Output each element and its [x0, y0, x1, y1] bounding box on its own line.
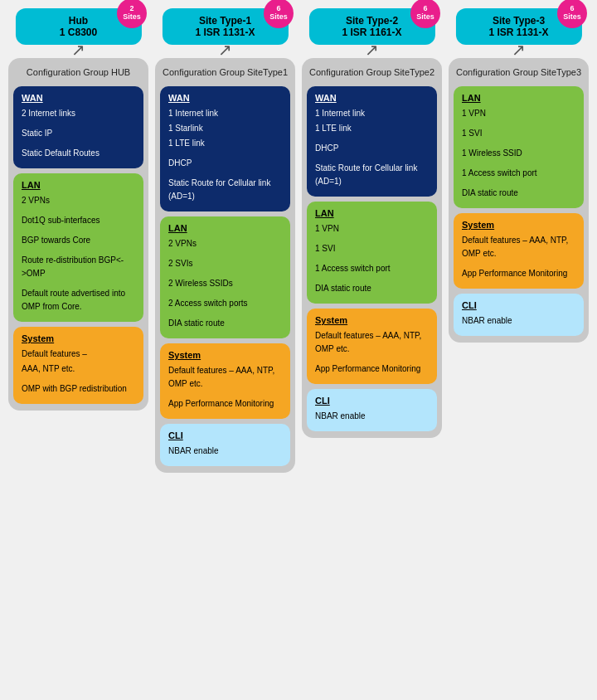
section-line: Route re-distribution BGP<->OMP [22, 254, 135, 280]
section-line [168, 272, 282, 275]
section-line: App Performance Monitoring [168, 397, 282, 411]
section-line [315, 277, 429, 280]
section-wan: WAN2 Internet linksStatic IPStatic Defau… [13, 86, 143, 168]
section-lan-content: 2 VPNs2 SVIs2 Wireless SSIDs2 Access swi… [168, 237, 282, 330]
section-system: SystemDefault features –AAA, NTP etc.OMP… [13, 327, 143, 404]
sites-bubble: 6Sites [264, 0, 294, 28]
section-line [315, 157, 429, 160]
section-line [168, 392, 282, 396]
section-system-title: System [315, 315, 429, 325]
config-group: Configuration Group SiteType3LAN1 VPN1 S… [449, 58, 589, 343]
config-group-title: Configuration Group SiteType2 [307, 65, 437, 81]
section-line [22, 229, 135, 232]
section-line [168, 172, 282, 175]
section-line: BGP towards Core [22, 234, 135, 247]
column-site-type3: 6SitesSite Type-31 ISR 1131-X↗Configurat… [449, 58, 589, 473]
config-group: Configuration Group HUBWAN2 Internet lin… [8, 58, 148, 411]
section-line [462, 142, 575, 145]
section-lan-content: 2 VPNsDot1Q sub-interfacesBGP towards Co… [22, 194, 135, 314]
section-line: 1 Access switch port [315, 262, 429, 275]
section-line: Default features – AAA, NTP, OMP etc. [462, 234, 575, 260]
section-cli-title: CLI [462, 300, 575, 310]
section-line: 1 Access switch port [462, 167, 575, 180]
section-lan-title: LAN [315, 208, 429, 218]
section-line: 2 VPNs [168, 237, 282, 250]
section-line: 1 Internet link [168, 107, 282, 120]
section-line [22, 282, 135, 285]
section-lan: LAN1 VPN1 SVI1 Wireless SSID1 Access swi… [454, 86, 584, 208]
section-line: DHCP [168, 157, 282, 170]
section-cli-content: NBAR enable [315, 410, 429, 423]
config-group-title: Configuration Group SiteType1 [160, 65, 290, 81]
section-line [22, 122, 135, 125]
section-line [462, 182, 575, 185]
config-group: Configuration Group SiteType1WAN1 Intern… [155, 58, 295, 473]
section-line: 1 SVI [315, 242, 429, 255]
sites-bubble: 6Sites [557, 0, 587, 28]
section-line [22, 377, 135, 381]
section-line: 2 VPNs [22, 194, 135, 207]
section-lan-title: LAN [22, 180, 135, 190]
section-wan-content: 1 Internet link1 Starlink1 LTE linkDHCPS… [168, 107, 282, 203]
section-line: NBAR enable [462, 314, 575, 328]
section-line: 1 VPN [462, 107, 575, 120]
section-line: 2 Wireless SSIDs [168, 277, 282, 290]
arrow-icon: ↗ [71, 40, 85, 60]
section-cli: CLINBAR enable [160, 424, 290, 466]
section-line: Static Route for Cellular link (AD=1) [168, 177, 282, 203]
section-line [168, 312, 282, 315]
section-system-content: Default features – AAA, NTP, OMP etc.App… [462, 234, 575, 280]
section-wan: WAN1 Internet link1 LTE linkDHCPStatic R… [307, 86, 437, 197]
section-line [168, 152, 282, 155]
section-line: Dot1Q sub-interfaces [22, 214, 135, 227]
arrow-icon: ↗ [512, 40, 526, 60]
section-system: SystemDefault features – AAA, NTP, OMP e… [454, 213, 584, 289]
section-line: AAA, NTP etc. [22, 362, 135, 376]
section-system-content: Default features – AAA, NTP, OMP etc.App… [315, 329, 429, 376]
section-wan: WAN1 Internet link1 Starlink1 LTE linkDH… [160, 86, 290, 211]
section-line [462, 162, 575, 165]
section-system: SystemDefault features – AAA, NTP, OMP e… [160, 343, 290, 419]
section-line: 1 LTE link [315, 122, 429, 135]
arrow-icon: ↗ [365, 40, 379, 60]
section-line: 1 Starlink [168, 122, 282, 135]
section-lan-title: LAN [168, 223, 282, 233]
section-line: DIA static route [168, 317, 282, 330]
section-lan: LAN1 VPN1 SVI1 Access switch portDIA sta… [307, 202, 437, 304]
config-group-title: Configuration Group HUB [13, 65, 143, 81]
section-line: NBAR enable [168, 445, 282, 458]
section-lan: LAN2 VPNsDot1Q sub-interfacesBGP towards… [13, 173, 143, 322]
page: 2SitesHub1 C8300↗Configuration Group HUB… [8, 8, 589, 473]
section-wan-content: 1 Internet link1 LTE linkDHCPStatic Rout… [315, 107, 429, 188]
section-line: OMP with BGP redistribution [22, 382, 135, 396]
section-line: App Performance Monitoring [462, 267, 575, 280]
section-cli-content: NBAR enable [168, 445, 282, 458]
section-line [22, 142, 135, 145]
section-lan: LAN2 VPNs2 SVIs2 Wireless SSIDs2 Access … [160, 216, 290, 338]
section-system-content: Default features –AAA, NTP etc.OMP with … [22, 348, 135, 396]
section-line: 2 Access switch ports [168, 297, 282, 310]
section-line [168, 252, 282, 255]
section-line [462, 262, 575, 265]
section-system-title: System [22, 333, 135, 343]
section-line [315, 257, 429, 260]
section-line: 1 Wireless SSID [462, 147, 575, 160]
section-line: Static IP [22, 127, 135, 140]
section-line: Default route advertised into OMP from C… [22, 287, 135, 314]
section-line [315, 237, 429, 241]
section-line: 1 LTE link [168, 137, 282, 150]
section-line: Default features – AAA, NTP, OMP etc. [168, 364, 282, 391]
section-system-title: System [462, 220, 575, 230]
section-system: SystemDefault features – AAA, NTP, OMP e… [307, 309, 437, 384]
section-line: 2 SVIs [168, 257, 282, 270]
section-line: DHCP [315, 142, 429, 155]
column-site-type1: 6SitesSite Type-11 ISR 1131-X↗Configurat… [155, 58, 295, 473]
section-cli-title: CLI [168, 430, 282, 440]
section-line [22, 249, 135, 252]
section-line: DIA static route [315, 282, 429, 295]
section-lan-content: 1 VPN1 SVI1 Wireless SSID1 Access switch… [462, 107, 575, 200]
section-line: 1 Internet link [315, 107, 429, 120]
section-wan-title: WAN [315, 93, 429, 103]
sites-bubble: 2Sites [117, 0, 147, 28]
section-line [315, 137, 429, 140]
